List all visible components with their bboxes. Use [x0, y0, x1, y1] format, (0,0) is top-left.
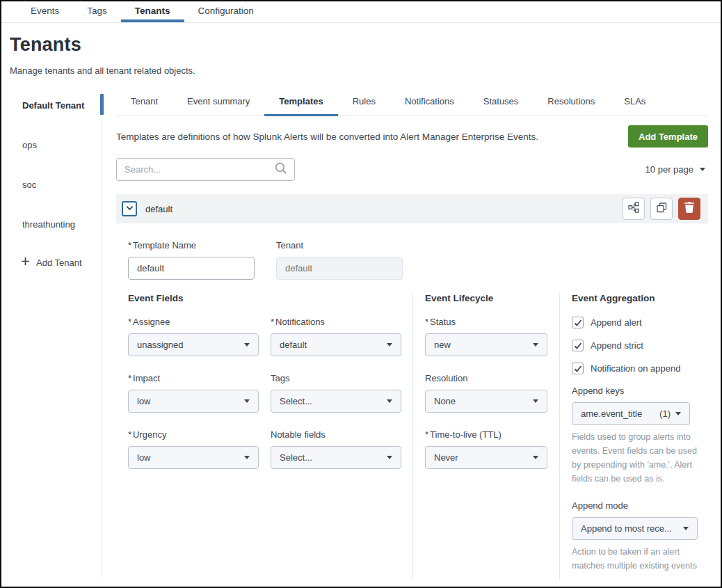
nav-item-tags[interactable]: Tags [73, 1, 121, 22]
resolution-select[interactable]: None [425, 390, 547, 413]
chevron-down-icon [675, 412, 681, 415]
template-name-label: * Template Name [128, 240, 255, 251]
append-mode-help-text: Action to be taken if an alert matches m… [572, 545, 708, 573]
notable-fields-label: Notable fields [271, 429, 401, 440]
event-aggregation-section: Event Aggregation Append alert Append [560, 293, 708, 580]
tab-slas[interactable]: SLAs [609, 90, 660, 116]
page-subtitle: Manage tenants and all tenant related ob… [10, 65, 711, 76]
append-keys-select[interactable]: ame.event_title (1) [572, 402, 690, 425]
ttl-select[interactable]: Never [425, 446, 547, 469]
chevron-down-icon [533, 343, 538, 347]
append-keys-label: Append keys [572, 386, 708, 396]
append-alert-checkbox[interactable]: Append alert [572, 317, 708, 328]
status-select[interactable]: new [425, 333, 547, 356]
event-aggregation-heading: Event Aggregation [572, 293, 708, 303]
event-lifecycle-section: Event Lifecycle * Status new [413, 293, 560, 580]
tenant-tabs: Tenant Event summary Templates Rules Not… [116, 90, 708, 116]
template-name-input[interactable] [128, 257, 255, 280]
tab-statuses[interactable]: Statuses [469, 90, 534, 116]
sidebar-item-threathunting[interactable]: threathunting [1, 210, 102, 239]
chevron-down-icon [700, 168, 705, 171]
tab-event-summary[interactable]: Event summary [173, 90, 264, 116]
main-content: Tenant Event summary Templates Rules Not… [102, 90, 721, 580]
chevron-down-icon [244, 343, 250, 347]
assignee-select[interactable]: unassigned [128, 333, 259, 356]
checkbox-checked-icon [572, 340, 584, 351]
active-indicator-bar [100, 94, 104, 115]
template-form: * Template Name Tenant [116, 223, 708, 580]
chevron-down-icon [533, 456, 538, 459]
event-fields-section: Event Fields * Assignee unassigned [128, 293, 413, 580]
per-page-label: 10 per page [645, 164, 693, 175]
tab-rules[interactable]: Rules [338, 90, 390, 116]
sidebar-item-ops[interactable]: ops [1, 131, 102, 159]
notifications-select[interactable]: default [271, 333, 401, 356]
top-nav: Events Tags Tenants Configuration [1, 1, 721, 23]
search-icon [274, 161, 287, 177]
nav-item-configuration[interactable]: Configuration [184, 1, 268, 22]
impact-select[interactable]: low [128, 390, 259, 413]
chevron-down-icon [125, 202, 134, 215]
assign-rules-button[interactable] [623, 198, 645, 220]
impact-label: * Impact [128, 373, 259, 383]
search-box[interactable] [116, 158, 295, 181]
hierarchy-icon [628, 202, 639, 216]
urgency-label: * Urgency [128, 429, 259, 440]
page-header: Tenants Manage tenants and all tenant re… [1, 23, 721, 76]
per-page-select[interactable]: 10 per page [645, 164, 708, 175]
nav-item-tenants[interactable]: Tenants [121, 1, 184, 22]
app-window: Events Tags Tenants Configuration Tenant… [0, 0, 722, 588]
tags-select[interactable]: Select... [271, 390, 401, 413]
tags-label: Tags [271, 373, 401, 383]
sidebar-item-default-tenant[interactable]: Default Tenant [1, 91, 102, 120]
duplicate-template-button[interactable] [650, 198, 673, 220]
tab-resolutions[interactable]: Resolutions [533, 90, 609, 116]
status-label: * Status [425, 317, 547, 327]
append-mode-label: Append mode [572, 500, 708, 511]
tab-notifications[interactable]: Notifications [390, 90, 469, 116]
template-row-name: default [145, 204, 173, 214]
tenant-input [276, 257, 403, 280]
trash-icon [684, 202, 694, 216]
append-keys-help-text: Fields used to group alerts into events.… [572, 430, 707, 486]
chevron-down-icon [387, 343, 392, 347]
sidebar-item-label: Default Tenant [22, 100, 84, 111]
append-strict-checkbox[interactable]: Append strict [572, 340, 708, 351]
tab-tenant[interactable]: Tenant [116, 90, 173, 116]
event-lifecycle-heading: Event Lifecycle [425, 293, 547, 303]
chevron-down-icon [387, 456, 392, 459]
resolution-label: Resolution [425, 373, 547, 383]
chevron-down-icon [244, 399, 250, 403]
search-input[interactable] [125, 164, 274, 175]
plus-icon [21, 257, 30, 268]
delete-template-button[interactable] [678, 198, 700, 220]
checkbox-checked-icon [572, 363, 584, 374]
templates-description: Templates are definitions of how Splunk … [116, 132, 538, 142]
append-mode-select[interactable]: Append to most rece... [572, 517, 698, 540]
add-template-button[interactable]: Add Template [628, 125, 708, 148]
assignee-label: * Assignee [128, 317, 259, 327]
collapse-row-button[interactable] [122, 201, 137, 216]
add-tenant-label: Add Tenant [36, 257, 82, 268]
add-tenant-button[interactable]: Add Tenant [1, 250, 102, 275]
template-row: default [116, 194, 708, 223]
tenant-label: Tenant [276, 240, 403, 251]
nav-item-events[interactable]: Events [17, 1, 73, 22]
urgency-select[interactable]: low [128, 446, 259, 469]
selected-count: (1) [659, 408, 671, 419]
checkbox-checked-icon [572, 317, 584, 328]
tenant-sidebar: Default Tenant ops soc threathunting Add… [1, 90, 102, 577]
chevron-down-icon [683, 527, 689, 530]
notification-on-append-checkbox[interactable]: Notification on append [572, 363, 708, 374]
chevron-down-icon [533, 399, 538, 403]
ttl-label: * Time-to-live (TTL) [425, 429, 547, 440]
chevron-down-icon [244, 456, 250, 459]
notifications-label: * Notifications [271, 317, 401, 327]
tab-templates[interactable]: Templates [264, 90, 337, 116]
chevron-down-icon [387, 399, 392, 403]
sidebar-item-soc[interactable]: soc [1, 170, 102, 199]
notable-fields-select[interactable]: Select... [271, 446, 401, 469]
copy-icon [657, 202, 667, 216]
page-title: Tenants [10, 34, 711, 56]
event-fields-heading: Event Fields [128, 293, 401, 303]
